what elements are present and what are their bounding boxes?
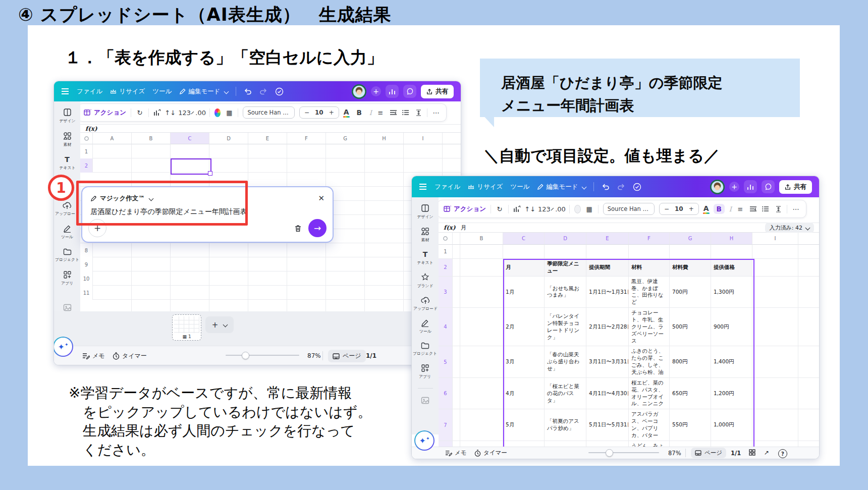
cell[interactable]: 6月 [503, 441, 545, 447]
cell[interactable]: 3月 [503, 346, 545, 377]
selected-cell-C2[interactable] [171, 158, 211, 175]
cell[interactable]: 「春の山菜天ぷら盛り合わせ」 [545, 346, 586, 377]
cell[interactable]: 5月 [503, 409, 545, 441]
cell[interactable]: 4月 [503, 378, 545, 409]
page-thumbnail[interactable]: ▦1 [172, 314, 201, 341]
select-all-cell[interactable] [439, 233, 453, 245]
insights-chart-icon[interactable] [386, 85, 399, 98]
cell[interactable]: 1月 [503, 277, 545, 308]
regenerate-icon[interactable]: ↻ [496, 205, 504, 213]
sort-icon[interactable]: ↑↓ [526, 205, 534, 213]
borders-icon[interactable]: ▦ [225, 109, 233, 117]
cell[interactable]: 1,200円 [711, 378, 752, 409]
cell[interactable]: 桜エビ、菜の花、パスタ、オリーブオイル、ニンニク [629, 378, 670, 409]
align-icon[interactable]: ≡ [376, 109, 385, 117]
more-icon[interactable]: ⋯ [432, 109, 440, 117]
grid-view-icon[interactable] [749, 449, 755, 456]
column-header[interactable]: D [209, 133, 248, 144]
row-header[interactable]: 8 [80, 243, 93, 257]
formula-bar[interactable]: f(x) [80, 124, 461, 133]
cell[interactable]: 2月 [503, 308, 545, 346]
sidebar-item-elements[interactable]: 素材 [412, 227, 439, 243]
cell[interactable]: 900円 [711, 308, 752, 346]
row-header-selected[interactable]: 2 [439, 259, 453, 277]
font-selector[interactable]: Source Han Sans ... [243, 106, 294, 119]
menu-file[interactable]: ファイル [435, 183, 460, 191]
italic-button[interactable]: I [729, 205, 732, 213]
cell[interactable]: ふきのとう、たらの芽、こごみ、しそ、天ぷら粉、油 [629, 346, 670, 377]
avatar[interactable] [352, 84, 366, 99]
table-header-cell[interactable]: 材料 [629, 259, 670, 277]
cell[interactable]: 500円 [670, 308, 711, 346]
column-header-selected[interactable]: E [586, 233, 629, 245]
cell[interactable]: 1,400円 [711, 346, 752, 377]
insights-chart-icon[interactable] [744, 180, 757, 193]
column-header[interactable]: G [326, 133, 365, 144]
row-header-selected[interactable]: 6 [439, 378, 453, 409]
share-button[interactable]: 共有 [779, 180, 812, 194]
close-icon[interactable]: ✕ [318, 194, 324, 203]
column-header-selected[interactable]: C [503, 233, 545, 245]
row-header-selected[interactable]: 2 [80, 158, 93, 173]
sidebar-item-apps[interactable]: アプリ [54, 270, 80, 287]
list-icon[interactable] [762, 206, 770, 212]
actions-button[interactable]: アクション [84, 108, 126, 117]
sidebar-item-text[interactable]: Tテキスト [412, 250, 439, 266]
notes-button[interactable]: メモ [82, 352, 105, 360]
redo-icon[interactable] [617, 183, 625, 190]
sidebar-item-apps[interactable]: アプリ [412, 364, 439, 380]
column-header[interactable]: H [365, 133, 404, 144]
wrap-icon[interactable] [749, 206, 757, 212]
sidebar-item-design[interactable]: デザイン [54, 108, 80, 124]
share-button[interactable]: 共有 [421, 85, 454, 98]
menu-edit-mode[interactable]: 編集モード [179, 87, 228, 96]
row-header-selected[interactable]: 7 [439, 409, 453, 441]
page-view-button[interactable]: ページ [691, 448, 726, 458]
column-header[interactable]: I [404, 133, 443, 144]
decimal-button[interactable]: .00 [197, 109, 205, 117]
help-icon[interactable]: ? [778, 449, 787, 458]
cell[interactable]: アスパラガス、ベーコン、パプリカ、バター [629, 409, 670, 441]
cell[interactable]: 「バレンタイン特製チョコレートドリンク」 [545, 308, 586, 346]
row-header-selected[interactable]: 4 [439, 308, 453, 346]
notes-button[interactable]: メモ [445, 449, 467, 457]
spacing-icon[interactable] [414, 110, 422, 116]
more-icon[interactable]: ⋯ [792, 205, 800, 213]
cell[interactable]: チョコレート、牛乳、生クリーム、ラズベリーソース [629, 308, 670, 346]
column-header-selected[interactable]: G [670, 233, 711, 245]
trash-icon[interactable] [294, 224, 302, 233]
color-wheel-icon[interactable] [214, 108, 221, 117]
table-header-cell[interactable]: 提供期間 [586, 259, 629, 277]
sidebar-item-projects[interactable]: プロジェクト [54, 248, 80, 263]
sidebar-item-projects[interactable]: プロジェクト [412, 342, 439, 357]
column-header[interactable]: A [93, 133, 132, 144]
ai-assistant-button[interactable]: ✦✦ [414, 430, 435, 451]
text-color-button[interactable]: A [703, 204, 709, 213]
page-view-button[interactable]: ページ [328, 350, 366, 362]
formula-bar[interactable]: f(x) 月 入力済み: 42 [439, 223, 819, 233]
send-button[interactable]: → [308, 219, 327, 237]
undo-icon[interactable] [244, 88, 252, 95]
borders-icon[interactable]: ▦ [585, 205, 593, 213]
cell[interactable]: 650円 [670, 378, 711, 409]
row-header-selected[interactable]: 3 [439, 277, 453, 308]
hamburger-menu-icon[interactable] [61, 88, 69, 94]
cell[interactable]: 「桜エビと菜の花のパスタ」 [545, 378, 586, 409]
cell[interactable]: 2月1日〜2月28日 [586, 308, 629, 346]
zoom-slider[interactable] [588, 452, 659, 453]
undo-icon[interactable] [602, 183, 610, 190]
cell[interactable]: 400円 [670, 441, 711, 447]
font-size-control[interactable]: −10+ [659, 203, 699, 215]
column-header[interactable]: F [287, 133, 326, 144]
row-header-selected[interactable]: 8 [439, 441, 453, 447]
sidebar-item-brand[interactable]: ブランド [412, 273, 439, 289]
column-header[interactable]: I [752, 233, 798, 245]
cell[interactable]: 4月1日〜4月30日 [586, 378, 629, 409]
cell[interactable]: 1,000円 [711, 409, 752, 441]
decimal-button[interactable]: .00 [557, 205, 565, 213]
bold-button[interactable]: B [354, 107, 365, 118]
menu-edit-mode[interactable]: 編集モード [537, 183, 585, 191]
comment-icon[interactable] [762, 180, 775, 193]
menu-file[interactable]: ファイル [77, 87, 102, 96]
font-selector[interactable]: Source Han Sans ... [603, 203, 655, 215]
